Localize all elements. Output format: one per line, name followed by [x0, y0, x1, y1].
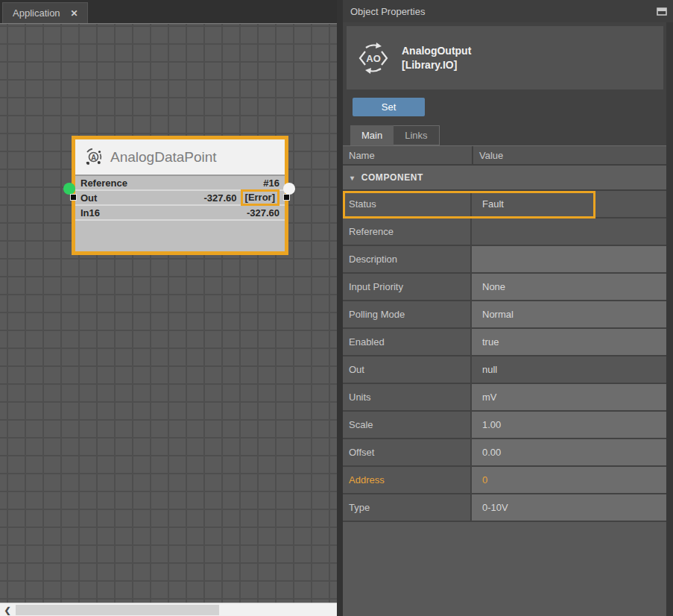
property-value[interactable]: null — [472, 356, 666, 383]
property-row-input-priority: Input Priority None — [343, 274, 666, 301]
tab-application[interactable]: Application ✕ — [2, 2, 88, 23]
block-row-reference: Reference #16 — [75, 176, 285, 191]
property-name: Scale — [343, 412, 472, 438]
block-row-value: -327.60 — [247, 207, 279, 219]
component-type-name: AnalogOutput — [402, 44, 471, 58]
property-name: Out — [343, 356, 472, 383]
analog-datapoint-block[interactable]: A AnalogDataPoint Reference #16 Out — [72, 136, 288, 255]
property-value[interactable]: None — [472, 274, 666, 300]
analog-datapoint-icon: A — [83, 147, 104, 167]
property-value[interactable]: 0.00 — [472, 439, 666, 465]
property-value[interactable]: true — [472, 329, 666, 355]
property-name: Type — [343, 494, 472, 521]
property-name: Description — [343, 246, 472, 272]
property-name: Units — [343, 384, 472, 410]
property-row-address: Address 0 — [343, 467, 666, 494]
property-row-description: Description — [343, 246, 666, 274]
panel-title: Object Properties — [350, 6, 425, 17]
property-name: Offset — [343, 439, 472, 465]
block-row-name: Out — [80, 192, 97, 204]
horizontal-scrollbar[interactable]: ❮ — [0, 603, 337, 616]
scrollbar-thumb[interactable] — [16, 605, 219, 615]
component-identity-card: AO AnalogOutput [Library.IO] — [347, 26, 663, 89]
block-row-in16: In16 -327.60 — [75, 206, 285, 221]
close-icon[interactable]: ✕ — [71, 8, 78, 19]
property-row-type: Type 0-10V — [343, 494, 666, 522]
identity-text: AnalogOutput [Library.IO] — [402, 44, 471, 72]
input-port[interactable] — [63, 183, 75, 195]
block-header: A AnalogDataPoint — [75, 139, 285, 176]
block-row-name: Reference — [80, 177, 127, 189]
resize-handle-left[interactable] — [70, 194, 77, 201]
property-name: Polling Mode — [343, 301, 472, 327]
scroll-left-icon[interactable]: ❮ — [0, 603, 15, 616]
block-row-out: Out -327.60 [Error] — [75, 191, 285, 206]
object-properties-panel: Object Properties AO AnalogOutput [Libra… — [343, 0, 673, 616]
resize-handle-right[interactable] — [283, 194, 290, 201]
output-port[interactable] — [283, 183, 295, 195]
error-badge: [Error] — [241, 189, 279, 206]
property-row-status: Status Fault — [343, 191, 666, 219]
panel-header: Object Properties — [343, 0, 673, 22]
block-row-value: #16 — [263, 177, 279, 189]
tab-application-label: Application — [13, 7, 60, 19]
property-row-polling-mode: Polling Mode Normal — [343, 301, 666, 329]
property-value[interactable] — [472, 246, 666, 272]
section-component[interactable]: ▾ COMPONENT — [343, 166, 666, 191]
analog-output-icon: AO — [356, 41, 391, 75]
property-value[interactable]: 1.00 — [472, 412, 666, 438]
block-row-value: -327.60 [Error] — [203, 189, 279, 206]
property-value[interactable]: Fault — [472, 191, 666, 217]
property-row-out: Out null — [343, 356, 666, 384]
component-library: [Library.IO] — [402, 58, 471, 72]
property-value[interactable] — [472, 219, 666, 245]
property-value[interactable]: 0-10V — [472, 494, 666, 521]
dock-window-icon[interactable] — [657, 7, 667, 16]
column-header-value: Value — [472, 146, 666, 164]
property-name: Address — [343, 467, 472, 493]
column-header-name: Name — [343, 146, 472, 164]
table-header: Name Value — [343, 145, 666, 166]
out-value: -327.60 — [203, 192, 236, 204]
svg-text:AO: AO — [366, 53, 381, 64]
property-name: Enabled — [343, 329, 472, 355]
tab-links[interactable]: Links — [394, 125, 439, 145]
property-value[interactable]: Normal — [472, 301, 666, 327]
document-tab-bar: Application ✕ — [0, 0, 337, 23]
collapse-icon[interactable]: ▾ — [350, 174, 355, 182]
property-name: Input Priority — [343, 274, 472, 300]
diagram-pane: Application ✕ A An — [0, 0, 337, 616]
properties-tabs: Main Links — [350, 125, 673, 145]
tab-main[interactable]: Main — [350, 125, 394, 145]
property-value[interactable]: 0 — [472, 467, 666, 493]
property-name: Status — [343, 191, 472, 217]
property-row-units: Units mV — [343, 384, 666, 412]
properties-table: Name Value ▾ COMPONENT Status Fault Refe… — [343, 145, 666, 616]
property-value[interactable]: mV — [472, 384, 666, 410]
property-row-scale: Scale 1.00 — [343, 412, 666, 439]
property-name: Reference — [343, 219, 472, 245]
property-row-reference: Reference — [343, 219, 666, 246]
property-row-enabled: Enabled true — [343, 329, 666, 356]
svg-text:A: A — [91, 154, 96, 162]
block-title: AnalogDataPoint — [110, 149, 217, 166]
wiresheet-canvas[interactable]: A AnalogDataPoint Reference #16 Out — [0, 23, 337, 603]
section-label: COMPONENT — [361, 172, 423, 183]
property-row-offset: Offset 0.00 — [343, 439, 666, 467]
set-button[interactable]: Set — [353, 98, 425, 116]
panel-right-gutter — [666, 22, 673, 616]
block-row-name: In16 — [80, 207, 100, 219]
